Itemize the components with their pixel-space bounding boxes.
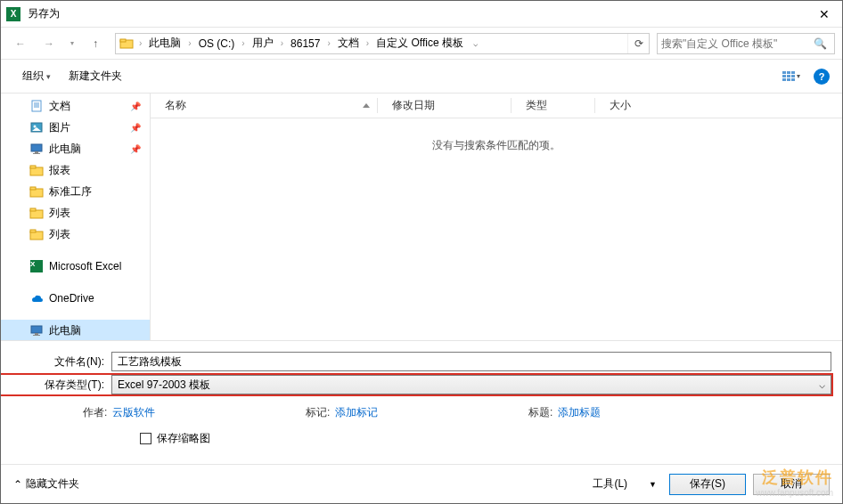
svg-rect-9 [787,78,790,81]
sidebar-item-label: 标准工序 [49,184,92,199]
sidebar-item-label: OneDrive [49,292,94,305]
breadcrumb-item[interactable]: 自定义 Office 模板 [372,34,467,53]
search-icon[interactable]: 🔍 [810,37,831,50]
svg-rect-19 [33,153,40,154]
author-label: 作者: [83,405,107,420]
breadcrumb-dropdown[interactable]: ⌵ [467,39,485,48]
title-value[interactable]: 添加标题 [558,405,601,420]
filetype-select[interactable]: Excel 97-2003 模板 [111,375,831,394]
filetype-value: Excel 97-2003 模板 [118,378,210,393]
onedrive-icon [29,291,44,305]
svg-rect-7 [791,75,795,77]
folder-icon [118,35,135,53]
column-date[interactable]: 修改日期 [378,98,512,113]
chevron-right-icon: › [184,38,194,48]
breadcrumb-item[interactable]: OS (C:) [195,34,239,53]
tools-dropdown-icon[interactable]: ▼ [643,476,662,492]
svg-rect-25 [30,208,36,211]
filename-input[interactable] [111,352,831,371]
excel-icon: X [29,259,44,273]
help-button[interactable]: ? [814,69,830,85]
sidebar-item[interactable]: 文档📌 [1,95,150,117]
sidebar-item[interactable]: XMicrosoft Excel [1,256,150,277]
filetype-label: 保存类型(T): [1,378,111,393]
hide-folders-toggle[interactable]: ⌃ 隐藏文件夹 [13,476,79,492]
sidebar-item[interactable]: 此电脑 [1,320,150,340]
sidebar-item[interactable]: OneDrive [1,288,150,309]
back-button[interactable]: ← [8,31,33,56]
forward-button[interactable]: → [37,31,61,56]
up-button[interactable]: ↑ [83,31,108,56]
thumbnail-row: 保存缩略图 [1,422,842,455]
cancel-button[interactable]: 取消 [753,474,830,495]
svg-rect-18 [35,151,38,153]
chevron-right-icon: › [363,38,372,48]
chevron-right-icon: › [135,38,145,48]
chevron-up-icon: ⌃ [13,478,22,491]
refresh-button[interactable]: ⟳ [627,34,649,53]
svg-rect-3 [787,71,790,74]
document-icon [29,99,44,113]
tools-menu[interactable]: 工具(L) [584,473,636,495]
svg-rect-21 [30,166,36,168]
breadcrumb-item[interactable]: 86157 [287,34,323,53]
thumbnail-label[interactable]: 保存缩略图 [157,431,210,446]
metadata-row: 作者: 云版软件 标记: 添加标记 标题: 添加标题 [1,398,842,422]
pc-icon [29,142,44,156]
author-value[interactable]: 云版软件 [112,405,155,420]
sidebar-item-label: 文档 [49,99,70,114]
hide-folders-label: 隐藏文件夹 [26,476,79,492]
navigation-bar: ← → ▾ ↑ › 此电脑 › OS (C:) › 用户 › 86157 › 文… [1,28,842,60]
sidebar-item[interactable]: 此电脑📌 [1,138,150,159]
svg-rect-29 [35,333,38,335]
search-input[interactable] [661,37,810,50]
main-area: 文档📌图片📌此电脑📌报表标准工序列表列表XMicrosoft ExcelOneD… [1,93,842,340]
search-box[interactable]: 🔍 [657,33,835,54]
sidebar-item[interactable]: 图片📌 [1,117,150,138]
svg-rect-8 [782,78,786,81]
svg-rect-6 [787,75,790,77]
folder-icon [29,184,44,199]
window-title: 另存为 [28,6,806,21]
sidebar-item[interactable]: 列表 [1,202,150,224]
sidebar-item[interactable]: 列表 [1,224,150,245]
close-button[interactable]: ✕ [806,1,842,28]
svg-point-16 [34,126,37,128]
svg-rect-17 [31,144,42,151]
new-folder-button[interactable]: 新建文件夹 [60,65,131,87]
svg-rect-1 [120,39,126,42]
tag-value[interactable]: 添加标记 [335,405,378,420]
view-options-button[interactable]: ▾ [776,68,806,85]
history-dropdown[interactable]: ▾ [65,31,79,56]
svg-rect-11 [32,101,41,111]
breadcrumb-item[interactable]: 文档 [334,34,363,53]
toolbar: 组织 新建文件夹 ▾ ? [1,60,842,93]
column-type[interactable]: 类型 [512,98,595,113]
file-list: 名称 修改日期 类型 大小 没有与搜索条件匹配的项。 [151,93,842,340]
empty-message: 没有与搜索条件匹配的项。 [151,118,842,153]
svg-rect-10 [791,78,795,81]
chevron-right-icon: › [277,38,287,48]
sidebar-item[interactable]: 报表 [1,159,150,181]
title-label: 标题: [528,405,552,420]
thumbnail-checkbox[interactable] [140,433,151,444]
svg-rect-30 [33,335,40,336]
sidebar-item-label: 图片 [49,120,70,135]
pin-icon: 📌 [130,102,141,111]
organize-menu[interactable]: 组织 [13,65,60,87]
svg-rect-27 [30,230,36,232]
save-button[interactable]: 保存(S) [669,474,746,495]
svg-rect-23 [30,187,36,190]
pin-icon: 📌 [130,144,141,154]
folder-icon [29,206,44,220]
breadcrumb-item[interactable]: 用户 [249,34,277,53]
sidebar-item-label: 此电脑 [49,323,81,338]
breadcrumb-item[interactable]: 此电脑 [145,34,184,53]
sidebar-item[interactable]: 标准工序 [1,181,150,202]
pc-icon [29,323,44,337]
column-size[interactable]: 大小 [595,98,667,113]
breadcrumb[interactable]: › 此电脑 › OS (C:) › 用户 › 86157 › 文档 › 自定义 … [115,33,650,54]
column-name[interactable]: 名称 [151,98,378,113]
sidebar-item-label: 列表 [49,227,70,242]
chevron-right-icon: › [238,38,248,48]
